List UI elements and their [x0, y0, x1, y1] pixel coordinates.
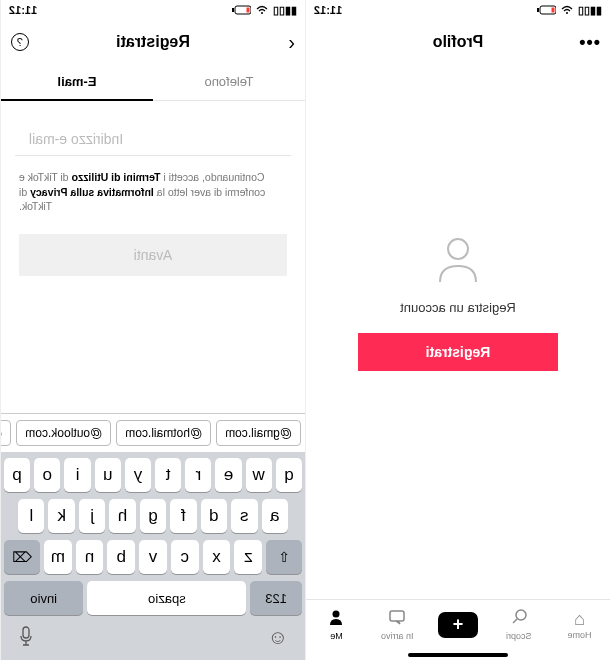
terms-text: Continuando, accetti i Termini di Utiliz…: [1, 156, 305, 228]
nav-me[interactable]: Me: [306, 608, 367, 641]
numeric-key[interactable]: 123: [250, 581, 302, 615]
key[interactable]: x: [203, 540, 231, 574]
key[interactable]: v: [139, 540, 167, 574]
tabs: Telefono E-mail: [1, 64, 305, 101]
battery-icon: [231, 5, 251, 15]
key[interactable]: l: [18, 499, 44, 533]
key[interactable]: a: [262, 499, 288, 533]
shift-key[interactable]: ⇧: [266, 540, 302, 574]
wifi-icon: [560, 5, 574, 15]
nav-bar: ‹ Registrati ?: [1, 20, 305, 64]
key[interactable]: g: [140, 499, 166, 533]
key[interactable]: t: [155, 458, 181, 492]
status-bar: ▮▮▯▯ 11:12: [306, 0, 610, 20]
signup-screen: ▮▮▯▯ 11:12 ‹ Registrati ? Telefono E-mai…: [0, 0, 305, 660]
key-row: 123 spazio invio: [4, 581, 302, 615]
key[interactable]: i: [64, 458, 90, 492]
key[interactable]: j: [79, 499, 105, 533]
key[interactable]: r: [185, 458, 211, 492]
key[interactable]: z: [234, 540, 262, 574]
help-icon[interactable]: ?: [11, 33, 29, 51]
nav-home[interactable]: ⌂ Home: [549, 610, 610, 640]
keyboard: @gmail.com @hotmail.com @outlook.com @ya…: [1, 413, 305, 660]
key[interactable]: h: [109, 499, 135, 533]
svg-rect-2: [552, 8, 555, 13]
key[interactable]: o: [34, 458, 60, 492]
key[interactable]: q: [276, 458, 302, 492]
key[interactable]: p: [4, 458, 30, 492]
nav-inbox[interactable]: In arrivo: [367, 608, 428, 641]
key[interactable]: c: [171, 540, 199, 574]
key-row: a s d f g h j k l: [4, 499, 302, 533]
key-row: q w e r t y u i o p: [4, 458, 302, 492]
svg-point-8: [333, 611, 340, 618]
battery-icon: [536, 5, 556, 15]
clock: 11:12: [314, 4, 342, 16]
page-title: Profilo: [433, 33, 484, 51]
plus-icon: +: [438, 612, 478, 638]
person-icon: [327, 608, 345, 629]
signal-icon: ▮▮▯▯: [273, 4, 297, 17]
avatar-placeholder-icon: [432, 232, 484, 284]
more-icon[interactable]: •••: [578, 32, 600, 53]
svg-line-6: [513, 619, 517, 623]
terms-link-tou[interactable]: Termini di Utilizzo: [72, 171, 161, 183]
svg-point-0: [566, 12, 568, 14]
email-field[interactable]: Indirizzo e-mail: [15, 101, 291, 156]
wifi-icon: [255, 5, 269, 15]
key[interactable]: e: [215, 458, 241, 492]
key[interactable]: u: [95, 458, 121, 492]
key[interactable]: d: [201, 499, 227, 533]
key[interactable]: m: [44, 540, 72, 574]
space-key[interactable]: spazio: [87, 581, 246, 615]
key-row: ⇧ z x c v b n m ⌫: [4, 540, 302, 574]
suggestion-bar: @gmail.com @hotmail.com @outlook.com @ya: [1, 413, 305, 452]
svg-rect-7: [390, 611, 404, 621]
svg-point-4: [448, 239, 468, 259]
key[interactable]: f: [170, 499, 196, 533]
svg-point-9: [261, 12, 263, 14]
svg-point-5: [516, 610, 526, 620]
suggestion[interactable]: @outlook.com: [16, 420, 111, 446]
delete-key[interactable]: ⌫: [4, 540, 40, 574]
signal-icon: ▮▮▯▯: [578, 4, 602, 17]
bottom-nav: ⌂ Home Scopri + In arrivo Me: [306, 599, 610, 649]
profile-content: Registra un account Registrati: [306, 64, 610, 599]
emoji-icon[interactable]: ☺: [268, 626, 288, 651]
profile-screen: ▮▮▯▯ 11:12 ••• Profilo Registra un accou…: [305, 0, 610, 660]
return-key[interactable]: invio: [4, 581, 83, 615]
suggestion[interactable]: @hotmail.com: [116, 420, 211, 446]
nav-create[interactable]: +: [428, 612, 489, 638]
svg-rect-12: [232, 8, 234, 12]
nav-discover[interactable]: Scopri: [488, 608, 549, 641]
tab-phone[interactable]: Telefono: [153, 64, 305, 100]
key[interactable]: y: [125, 458, 151, 492]
suggestion[interactable]: @gmail.com: [216, 420, 301, 446]
page-title: Registrati: [116, 33, 190, 51]
suggestion[interactable]: @ya: [1, 420, 11, 446]
nav-bar: ••• Profilo: [306, 20, 610, 64]
key[interactable]: b: [107, 540, 135, 574]
clock: 11:12: [9, 4, 37, 16]
terms-link-privacy[interactable]: Informativa sulla Privacy: [30, 186, 154, 198]
tab-email[interactable]: E-mail: [1, 64, 153, 101]
key[interactable]: n: [76, 540, 104, 574]
svg-rect-13: [23, 627, 29, 638]
keyboard-toolbar: ☺: [4, 622, 302, 657]
home-indicator: [408, 653, 508, 657]
svg-rect-11: [247, 8, 250, 13]
register-prompt: Registra un account: [400, 300, 516, 315]
status-bar: ▮▮▯▯ 11:12: [1, 0, 305, 20]
svg-rect-3: [537, 8, 539, 12]
home-icon: ⌂: [574, 610, 585, 628]
key[interactable]: w: [246, 458, 272, 492]
search-icon: [510, 608, 528, 629]
register-button[interactable]: Registrati: [358, 333, 558, 371]
key[interactable]: k: [48, 499, 74, 533]
back-icon[interactable]: ‹: [288, 31, 295, 54]
next-button[interactable]: Avanti: [19, 234, 287, 276]
inbox-icon: [388, 608, 406, 629]
mic-icon[interactable]: [18, 626, 34, 651]
key[interactable]: s: [231, 499, 257, 533]
